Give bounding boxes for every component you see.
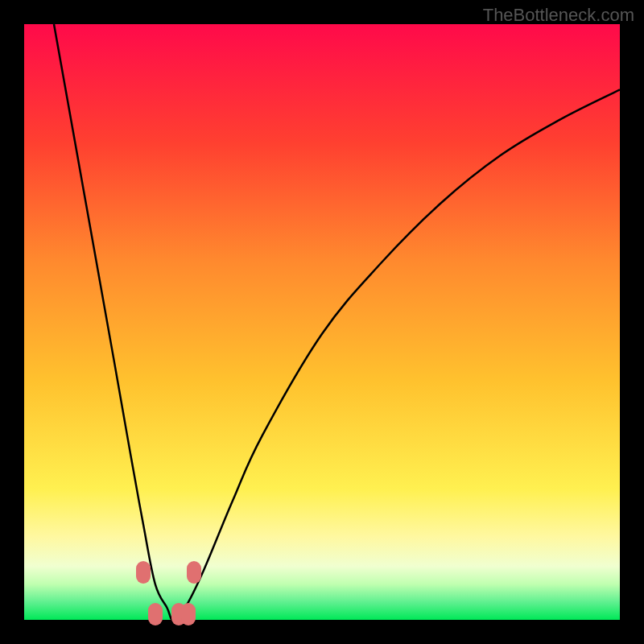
highlighted-point bbox=[187, 561, 201, 584]
watermark-text: TheBottleneck.com bbox=[483, 5, 634, 26]
highlighted-point bbox=[181, 603, 196, 625]
bottleneck-curve bbox=[24, 24, 620, 620]
highlighted-point bbox=[136, 561, 151, 584]
highlighted-point bbox=[148, 603, 163, 625]
chart-container bbox=[24, 24, 620, 620]
